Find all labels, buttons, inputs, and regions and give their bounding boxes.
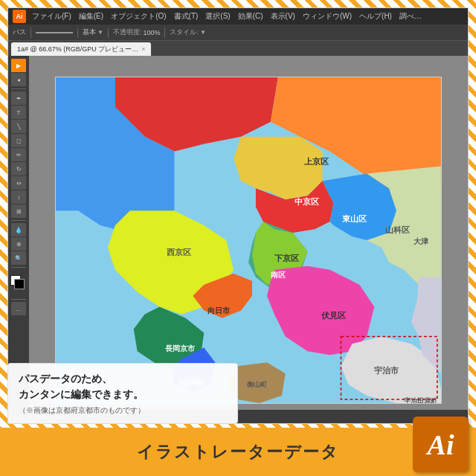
svg-text:中京区: 中京区 — [295, 197, 319, 206]
toolbar: パス 基本 ▼ 不透明度: 100% スタイル: ▼ — [8, 25, 468, 41]
ai-badge-text: Ai — [428, 428, 454, 461]
svg-text:宇治市: 宇治市 — [374, 366, 399, 375]
svg-text:西京区: 西京区 — [167, 248, 191, 257]
document-tab[interactable]: 1a# @ 66.67% (RGB/GPU プレビュー… × — [11, 42, 151, 56]
tool-rect[interactable]: ◻ — [11, 134, 26, 147]
tool-width[interactable]: ↕ — [11, 190, 26, 204]
tool-measure[interactable]: ⊗ — [11, 237, 26, 251]
svg-text:長岡京市: 長岡京市 — [166, 344, 196, 353]
map-container: 上京区 中京区 下京区 東山区 山科区 西京区 南区 伏見区 向日市 長岡京市 … — [55, 77, 442, 404]
map-svg: 上京区 中京区 下京区 東山区 山科区 西京区 南区 伏見区 向日市 長岡京市 … — [56, 77, 441, 403]
tool-blend[interactable]: ⊞ — [11, 205, 26, 218]
tool-sep-3 — [11, 267, 26, 268]
ai-badge: Ai — [413, 416, 469, 472]
color-swatch-wrapper[interactable] — [10, 274, 28, 292]
bottom-bar-title: イラストレーターデータ — [137, 441, 339, 463]
info-main-text: パスデータのため、カンタンに編集できます。 — [19, 371, 227, 402]
menu-object[interactable]: オブジェクト(O) — [108, 10, 169, 23]
toolbar-opacity: 不透明度: 100% — [113, 28, 161, 37]
menu-help[interactable]: ヘルプ(H) — [356, 10, 395, 23]
tool-mirror[interactable]: ⇔ — [11, 176, 26, 190]
toolbar-stroke-line — [36, 32, 73, 33]
svg-text:大津: 大津 — [413, 237, 429, 245]
tool-sep-2 — [11, 220, 26, 221]
menu-search[interactable]: 調べ… — [396, 10, 425, 23]
menu-view[interactable]: 表示(V) — [268, 10, 298, 23]
tool-line[interactable]: ╲ — [11, 120, 26, 133]
menu-edit[interactable]: 編集(E) — [76, 10, 106, 23]
tab-close-button[interactable]: × — [141, 45, 145, 53]
toolbar-sep-1 — [30, 28, 31, 38]
toolbar-mode[interactable]: 基本 ▼ — [83, 28, 103, 37]
svg-text:御山町: 御山町 — [246, 381, 268, 388]
orange-bottom-bar: イラストレーターデータ — [0, 428, 476, 476]
tool-sep-4 — [11, 299, 26, 300]
info-sub-text: （※画像は京都府京都市のものです） — [19, 405, 227, 416]
tab-title: 1a# @ 66.67% (RGB/GPU プレビュー… — [17, 45, 138, 54]
tool-brush[interactable]: ✏ — [11, 148, 26, 161]
menu-select[interactable]: 選択(S) — [202, 10, 233, 23]
info-box: パスデータのため、カンタンに編集できます。 （※画像は京都府京都市のものです） — [7, 363, 238, 424]
menu-effect[interactable]: 効果(C) — [235, 10, 266, 23]
svg-text:山科区: 山科区 — [385, 225, 410, 234]
svg-text:東山区: 東山区 — [342, 214, 367, 223]
menu-file[interactable]: ファイル(F) — [29, 10, 74, 23]
menu-bar: ファイル(F) 編集(E) オブジェクト(O) 書式(T) 選択(S) 効果(C… — [29, 10, 463, 23]
svg-text:向日市: 向日市 — [208, 306, 231, 315]
tool-pen[interactable]: ✒ — [11, 91, 26, 105]
menu-window[interactable]: ウィンドウ(W) — [300, 10, 355, 23]
title-bar: Ai ファイル(F) 編集(E) オブジェクト(O) 書式(T) 選択(S) 効… — [8, 8, 468, 25]
svg-text:下京区: 下京区 — [274, 254, 299, 263]
foreground-color[interactable] — [10, 274, 22, 286]
main-card: Ai ファイル(F) 編集(E) オブジェクト(O) 書式(T) 選択(S) 効… — [7, 7, 469, 424]
tool-rotate[interactable]: ↻ — [11, 162, 26, 176]
toolbar-sep-2 — [77, 28, 78, 38]
tool-screen-mode[interactable]: … — [11, 302, 26, 315]
tool-zoom[interactable]: 🔍 — [11, 251, 26, 265]
toolbar-sep-4 — [164, 28, 165, 38]
svg-text:南区: 南区 — [271, 271, 286, 279]
tool-select[interactable]: ▶ — [11, 59, 26, 72]
background-color[interactable] — [14, 279, 25, 289]
ai-logo-titlebar: Ai — [13, 10, 26, 23]
tool-type[interactable]: T — [11, 106, 26, 119]
toolbar-style[interactable]: スタイル: ▼ — [170, 28, 205, 37]
menu-type[interactable]: 書式(T) — [171, 10, 202, 23]
svg-text:伏見区: 伏見区 — [321, 311, 346, 320]
toolbar-path-label: パス — [13, 28, 26, 37]
tool-direct-select[interactable]: ◂ — [11, 73, 26, 86]
svg-text:上京区: 上京区 — [304, 157, 329, 166]
tool-eyedropper[interactable]: 💧 — [11, 223, 26, 237]
tool-sep-1 — [11, 89, 26, 89]
tab-bar: 1a# @ 66.67% (RGB/GPU プレビュー… × — [8, 41, 468, 56]
toolbar-sep-3 — [108, 28, 109, 38]
